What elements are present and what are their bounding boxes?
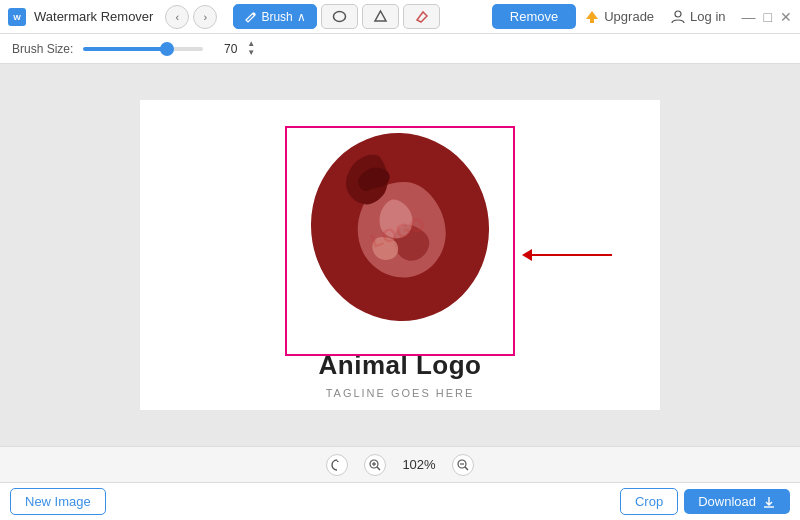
canvas[interactable]: LOGO Animal Logo TAGLINE GOES HERE bbox=[140, 100, 660, 410]
status-bar: 102% bbox=[0, 446, 800, 482]
brush-size-value: 70 bbox=[213, 42, 237, 56]
action-bar: New Image Crop Download bbox=[0, 482, 800, 520]
svg-point-2 bbox=[253, 13, 256, 16]
svg-line-10 bbox=[377, 467, 380, 470]
eraser-tool-button[interactable] bbox=[403, 4, 440, 29]
crop-button[interactable]: Crop bbox=[620, 488, 678, 515]
upgrade-button[interactable]: Upgrade bbox=[584, 9, 654, 25]
minimize-button[interactable]: — bbox=[742, 9, 756, 25]
window-controls: — □ ✕ bbox=[742, 9, 792, 25]
brush-up-arrow[interactable]: ▲ bbox=[247, 40, 255, 48]
upgrade-label: Upgrade bbox=[604, 9, 654, 24]
zoom-in-button[interactable] bbox=[364, 454, 386, 476]
lasso-tool-button[interactable] bbox=[321, 4, 358, 29]
zoom-out-button[interactable] bbox=[452, 454, 474, 476]
svg-line-13 bbox=[465, 467, 468, 470]
download-button[interactable]: Download bbox=[684, 489, 790, 514]
rotate-button[interactable] bbox=[326, 454, 348, 476]
arrow-line bbox=[532, 254, 612, 256]
remove-button[interactable]: Remove bbox=[492, 4, 576, 29]
download-label: Download bbox=[698, 494, 756, 509]
app-icon: W bbox=[8, 8, 26, 26]
arrow-head bbox=[522, 249, 532, 261]
polygon-tool-button[interactable] bbox=[362, 4, 399, 29]
titlebar: W Watermark Remover ‹ › Brush ∧ bbox=[0, 0, 800, 34]
svg-text:W: W bbox=[13, 13, 21, 22]
main-canvas-area: LOGO Animal Logo TAGLINE GOES HERE bbox=[0, 64, 800, 446]
brush-size-label: Brush Size: bbox=[12, 42, 73, 56]
brush-size-bar: Brush Size: 70 ▲ ▼ bbox=[0, 34, 800, 64]
logo-subtitle: TAGLINE GOES HERE bbox=[326, 387, 475, 399]
svg-point-4 bbox=[675, 11, 681, 17]
brush-tool-button[interactable]: Brush ∧ bbox=[233, 4, 316, 29]
arrow-indicator bbox=[523, 249, 612, 261]
app-title: Watermark Remover bbox=[34, 9, 153, 24]
brush-chevron: ∧ bbox=[297, 10, 306, 24]
brush-slider-thumb[interactable] bbox=[160, 42, 174, 56]
nav-buttons: ‹ › bbox=[165, 5, 217, 29]
animal-logo-image: LOGO bbox=[285, 112, 515, 342]
tool-buttons: Brush ∧ bbox=[233, 4, 439, 29]
zoom-level: 102% bbox=[402, 457, 435, 472]
svg-point-3 bbox=[333, 12, 345, 22]
new-image-button[interactable]: New Image bbox=[10, 488, 106, 515]
login-button[interactable]: Log in bbox=[670, 9, 725, 25]
brush-down-arrow[interactable]: ▼ bbox=[247, 49, 255, 57]
nav-back-button[interactable]: ‹ bbox=[165, 5, 189, 29]
nav-forward-button[interactable]: › bbox=[193, 5, 217, 29]
brush-arrows[interactable]: ▲ ▼ bbox=[247, 40, 255, 57]
brush-label: Brush bbox=[261, 10, 292, 24]
close-button[interactable]: ✕ bbox=[780, 9, 792, 25]
logo-content: LOGO Animal Logo TAGLINE GOES HERE bbox=[285, 112, 515, 399]
brush-size-slider[interactable] bbox=[83, 47, 203, 51]
logo-title: Animal Logo bbox=[319, 350, 482, 381]
maximize-button[interactable]: □ bbox=[764, 9, 772, 25]
login-label: Log in bbox=[690, 9, 725, 24]
